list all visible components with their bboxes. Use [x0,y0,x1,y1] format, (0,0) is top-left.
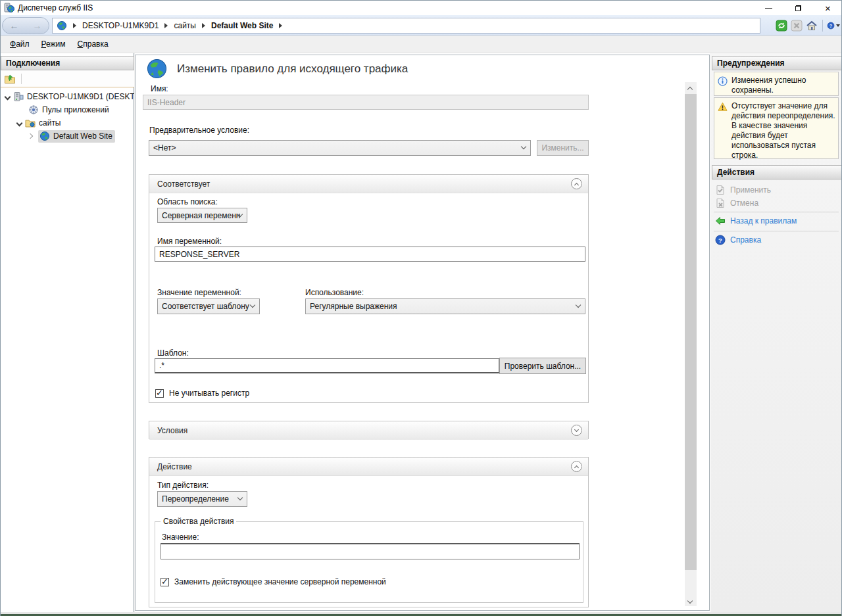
precondition-value: <Нет> [153,143,176,153]
restore-icon [795,5,801,11]
chevron-down-icon[interactable] [16,120,22,126]
alert-info: Изменения успешно сохранены. [714,72,839,96]
breadcrumb-item-server[interactable]: DESKTOP-U1MK9D1 [82,21,159,30]
tree-item-app-pools[interactable]: Пулы приложений [1,103,134,116]
window-title: Диспетчер служб IIS [18,3,93,12]
edit-precondition-button[interactable]: Изменить... [537,140,589,156]
scope-select[interactable]: Серверная переменн [157,208,247,223]
precondition-select[interactable]: <Нет> [149,140,531,156]
nav-buttons: ← → [2,17,49,34]
minimize-button[interactable] [754,1,783,15]
ignore-case-checkbox[interactable] [155,389,164,398]
value-input[interactable] [161,543,580,559]
tree-item-server[interactable]: DESKTOP-U1MK9D1 (DESKTOP [1,90,134,103]
info-icon [718,76,728,86]
match-section-title: Соответствует [149,175,588,193]
using-select[interactable]: Регулярные выражения [305,298,585,314]
tree-item-label: DESKTOP-U1MK9D1 (DESKTOP [27,92,134,101]
scroll-down-button[interactable] [685,595,697,606]
test-pattern-button[interactable]: Проверить шаблон... [499,358,586,374]
name-label: Имя: [151,84,168,93]
breadcrumb-item-sites[interactable]: сайты [174,21,196,30]
chevron-down-icon [238,212,243,217]
action-section: Действие Тип действия: Переопределение С… [149,457,589,607]
globe-icon [39,131,50,141]
menu-bar: Файл Режим Справка [1,36,842,53]
replace-value-label: Заменить действующее значение серверной … [174,577,386,586]
alert-text: Изменения успешно сохранены. [731,76,835,92]
using-label: Использование: [305,288,364,297]
replace-value-row: Заменить действующее значение серверной … [161,577,386,586]
refresh-button[interactable] [775,19,788,32]
workspace: Подключения DESKTOP-U1MK9D1 (DESKTOP [1,53,842,612]
variable-value-select[interactable]: Соответствует шаблону [157,298,260,314]
close-button[interactable]: × [813,1,842,15]
separator [714,231,839,231]
name-input: IIS-Header [143,95,589,110]
alert-text: Отсутствует значение для действия переоп… [731,101,835,155]
pattern-input[interactable]: .* [155,358,499,373]
collapse-button[interactable] [571,461,582,472]
back-to-rules-link[interactable]: Назад к правилам [715,214,840,227]
stop-button[interactable] [790,19,803,32]
right-panel: Предупреждения Изменения успешно сохране… [711,53,842,612]
minimize-icon [765,8,772,9]
home-button[interactable] [805,19,818,32]
using-value: Регулярные выражения [310,302,397,311]
action-properties-title: Свойства действия [161,517,236,526]
scrollbar-thumb[interactable] [685,94,697,570]
ignore-case-row: Не учитывать регистр [155,389,249,398]
connections-header: Подключения [1,56,134,70]
help-button[interactable]: ? [827,19,840,32]
app-icon [4,3,14,13]
scroll-up-button[interactable] [685,82,697,93]
create-connection-icon[interactable] [4,73,16,85]
address-toolbar: ? [775,18,840,34]
variable-value: Соответствует шаблону [162,302,249,311]
menu-help[interactable]: Справка [72,37,114,51]
separator [714,212,839,212]
breadcrumb-item-current[interactable]: Default Web Site [211,21,273,30]
vertical-scrollbar[interactable] [685,82,697,606]
scope-value: Серверная переменн [162,211,240,220]
main-content: Изменить правило для исходящего трафика … [135,53,710,612]
tree-item-default-web-site[interactable]: Default Web Site [1,130,134,143]
back-button[interactable]: ← [10,20,19,31]
tree-item-label: Default Web Site [53,131,112,141]
forward-button[interactable]: → [33,20,42,31]
help-icon: ? [715,235,726,245]
expand-button[interactable] [571,425,582,436]
chevron-down-icon[interactable] [5,94,11,100]
chevron-down-icon [251,303,255,308]
scroll-up-icon [688,86,692,90]
feature-globe-icon [146,58,168,80]
menu-file[interactable]: Файл [4,37,36,51]
menu-view[interactable]: Режим [36,37,72,51]
tree-item-label: Пулы приложений [42,105,109,114]
action-type-label: Тип действия: [157,481,209,490]
apply-button: Применить [715,183,840,197]
pattern-label: Шаблон: [157,348,189,358]
apply-icon [715,185,726,195]
tree-item-sites[interactable]: сайты [1,116,134,130]
chevron-down-icon [576,303,581,308]
restore-button[interactable] [783,1,813,15]
window-bottom-border [1,612,842,616]
chevron-right-icon[interactable] [28,133,34,139]
svg-text:?: ? [718,237,722,244]
chevron-down-icon [522,145,526,149]
variable-name-input[interactable]: RESPONSE_SERVER [155,247,585,262]
breadcrumb[interactable]: DESKTOP-U1MK9D1 сайты Default Web Site [52,18,760,34]
crumb-separator-icon [164,23,168,28]
toolbar-separator [21,74,22,84]
replace-value-checkbox[interactable] [161,578,169,586]
svg-text:?: ? [830,23,833,29]
help-link[interactable]: ? Справка [715,233,840,247]
variable-name-label: Имя переменной: [157,237,222,246]
collapse-button[interactable] [571,178,582,189]
action-type-select[interactable]: Переопределение [157,491,247,507]
crumb-separator-icon [202,23,205,28]
page-title: Изменить правило для исходящего трафика [177,62,408,76]
crumb-separator-icon [73,23,76,28]
action-properties-group: Свойства действия Значение: Заменить дей… [155,521,583,603]
